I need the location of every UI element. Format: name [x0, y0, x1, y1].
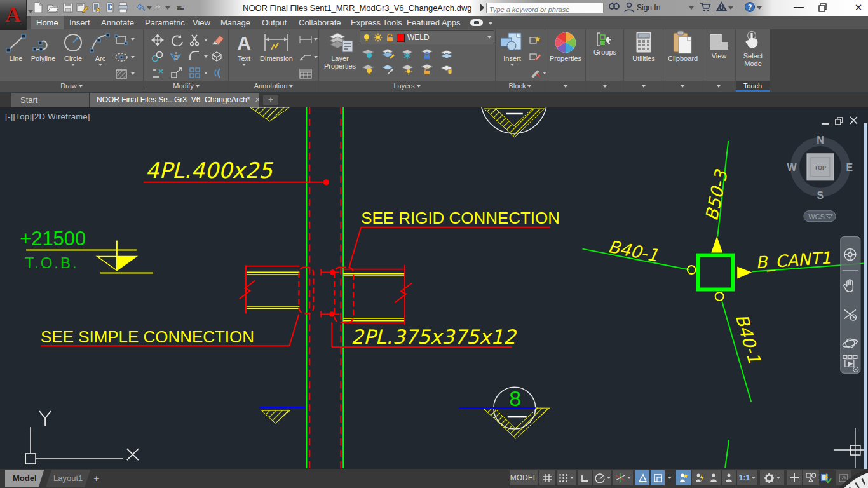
- annotation-scale-icon[interactable]: [635, 470, 649, 485]
- section-marker-top-left[interactable]: [250, 107, 290, 121]
- rectangle-tool[interactable]: [114, 32, 135, 46]
- layer-isolate-tool[interactable]: [381, 47, 395, 62]
- viewport-label[interactable]: [-][Top][2D Wireframe]: [5, 112, 90, 121]
- explode-tool[interactable]: [210, 50, 225, 64]
- callout-simple[interactable]: SEE SIMPLE CONNECTION: [41, 314, 299, 346]
- sign-in-button[interactable]: Sign In: [637, 0, 660, 16]
- stretch-tool[interactable]: [151, 66, 165, 80]
- file-tab-drawing[interactable]: NOOR Final Files Se...Gr3_V6_ChangeArch*…: [90, 93, 259, 107]
- polar-toggle[interactable]: [593, 470, 611, 485]
- panel-title-modify[interactable]: Modify: [144, 81, 228, 92]
- panel-title-utilities[interactable]: [624, 81, 663, 92]
- layer-unlock-tool[interactable]: [420, 62, 434, 78]
- panel-title-layers[interactable]: Layers: [319, 81, 495, 92]
- tab-parametric[interactable]: Parametric: [139, 16, 191, 29]
- select-mode-button[interactable]: SelectMode: [739, 30, 767, 67]
- annotation-visibility-toggle[interactable]: [651, 470, 665, 485]
- arc-button[interactable]: Arc: [89, 32, 112, 66]
- redo-button[interactable]: [153, 2, 164, 13]
- panel-title-block[interactable]: Block: [496, 81, 545, 92]
- panel-title-view[interactable]: [702, 81, 735, 92]
- new-tab-button[interactable]: +: [263, 95, 278, 105]
- layer-dropdown-caret[interactable]: [487, 36, 491, 39]
- layer-sun-tool[interactable]: [400, 62, 414, 78]
- user-icon[interactable]: [623, 1, 635, 14]
- layer-color-swatch[interactable]: [397, 34, 405, 42]
- layer-dropdown[interactable]: WELD: [360, 30, 494, 44]
- erase-tool[interactable]: [210, 33, 225, 47]
- new-file-icon[interactable]: [33, 2, 44, 13]
- file-tab-close-icon[interactable]: ✕: [255, 96, 259, 104]
- layer-on-tool[interactable]: [361, 62, 375, 78]
- undo-button[interactable]: [134, 2, 146, 13]
- table-tool[interactable]: [299, 67, 313, 81]
- annoscale-auto-toggle[interactable]: [676, 470, 691, 485]
- panel-title-draw[interactable]: Draw: [0, 81, 143, 92]
- circle-button[interactable]: Circle: [60, 32, 86, 66]
- annotative-objects-icon[interactable]: [707, 470, 721, 485]
- appmenu-dropdown[interactable]: [28, 10, 33, 13]
- properties-button[interactable]: Properties: [548, 30, 583, 62]
- column-grid-lines[interactable]: [306, 107, 343, 468]
- level-symbol-bottom-left[interactable]: [259, 407, 305, 423]
- tab-collaborate[interactable]: Collaborate: [293, 16, 347, 29]
- layout1-tab[interactable]: Layout1: [46, 470, 90, 487]
- insert-button[interactable]: Insert: [498, 32, 526, 66]
- grid-bubble-bottom[interactable]: 8: [459, 386, 550, 438]
- layer-thaw-tool[interactable]: [381, 62, 395, 78]
- workspace-gear-button[interactable]: [760, 470, 784, 485]
- a360-dropdown[interactable]: [728, 6, 733, 10]
- save-as-icon[interactable]: [76, 2, 88, 13]
- ortho-toggle[interactable]: [578, 470, 592, 485]
- tab-insert[interactable]: Insert: [64, 16, 96, 29]
- groups-button[interactable]: Groups: [591, 32, 619, 56]
- cart-icon[interactable]: [700, 1, 712, 14]
- utilities-button[interactable]: Utilities: [628, 30, 660, 62]
- ribbon-minimize-dropdown[interactable]: [488, 22, 493, 25]
- left-beam[interactable]: [240, 266, 300, 314]
- open-file-icon[interactable]: [47, 2, 58, 13]
- weld-connectors[interactable]: [321, 269, 339, 318]
- ellipse-tool[interactable]: [114, 50, 135, 64]
- search-input[interactable]: [487, 5, 603, 15]
- line-button[interactable]: Line: [4, 32, 28, 62]
- tab-express-tools[interactable]: Express Tools: [345, 16, 408, 29]
- model-space-toggle[interactable]: MODEL: [510, 470, 538, 485]
- layer-lock-tool[interactable]: [420, 47, 434, 62]
- application-menu-button[interactable]: A: [0, 0, 27, 30]
- block-attributes-tool[interactable]: [529, 66, 546, 80]
- panel-title-properties[interactable]: [545, 81, 585, 92]
- print-icon[interactable]: [118, 2, 129, 13]
- linear-dim-tool[interactable]: [299, 32, 318, 46]
- model-tab[interactable]: Model: [5, 470, 44, 487]
- dimension-button[interactable]: Dimension: [257, 32, 296, 62]
- mobile-share-icon[interactable]: [105, 2, 116, 13]
- restore-button[interactable]: [818, 3, 827, 15]
- panel-title-annotation[interactable]: Annotation: [229, 81, 318, 92]
- tab-view[interactable]: View: [187, 16, 216, 29]
- copy-tool[interactable]: [151, 50, 165, 64]
- infocenter-arrow-icon[interactable]: [480, 4, 484, 11]
- fillet-tool[interactable]: [189, 50, 208, 64]
- tab-output[interactable]: Output: [256, 16, 292, 29]
- tab-manage[interactable]: Manage: [215, 16, 256, 29]
- drawing-canvas[interactable]: +21500 T.O.B. 4PL.400x25 SEE RIGID CONNE…: [0, 107, 868, 469]
- mirror-tool[interactable]: [170, 50, 184, 64]
- elevation-marker[interactable]: +21500 T.O.B.: [20, 227, 153, 273]
- panel-title-groups[interactable]: [586, 81, 623, 92]
- rotate-tool[interactable]: [170, 33, 184, 47]
- undo-dropdown[interactable]: [147, 6, 152, 10]
- wcs-dropdown[interactable]: WCS: [804, 211, 836, 222]
- ribbon-minimize-button[interactable]: [470, 19, 483, 26]
- layer-freeze-tool[interactable]: [400, 47, 414, 62]
- touch-panel-label[interactable]: Touch: [736, 81, 770, 92]
- close-button[interactable]: ✕: [849, 0, 868, 16]
- navigation-bar[interactable]: [841, 237, 860, 374]
- column-symbol[interactable]: [698, 255, 733, 290]
- panel-title-clipboard[interactable]: [663, 81, 702, 92]
- layer-current-tool[interactable]: [440, 62, 454, 78]
- polyline-button[interactable]: Polyline: [29, 32, 58, 62]
- annoscale-update-toggle[interactable]: [692, 470, 707, 485]
- plus-button[interactable]: [787, 470, 802, 485]
- sign-in-dropdown[interactable]: [689, 6, 694, 10]
